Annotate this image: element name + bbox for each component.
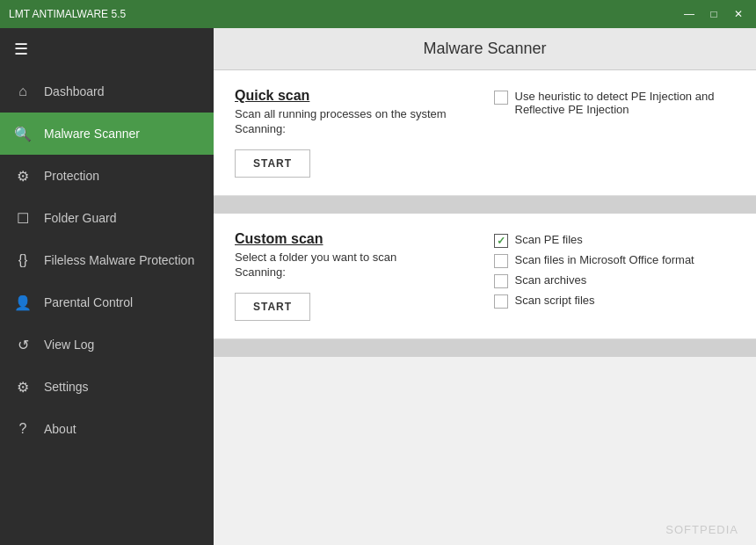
- sidebar-item-view-log[interactable]: ↺View Log: [0, 323, 214, 366]
- sidebar-item-settings-label: Settings: [44, 380, 89, 394]
- quick-scan-inner: Quick scan Scan all running processes on…: [235, 88, 735, 178]
- settings-icon: ⚙: [14, 378, 32, 396]
- app-title: LMT ANTIMALWARE 5.5: [9, 8, 126, 20]
- sidebar-header: ☰: [0, 28, 214, 70]
- nav-menu: ⌂Dashboard🔍Malware Scanner⚙Protection☐Fo…: [0, 70, 214, 450]
- quick-scan-title: Quick scan: [235, 88, 476, 104]
- custom-scan-option-0: ✓Scan PE files: [494, 233, 736, 248]
- sidebar-item-malware-scanner[interactable]: 🔍Malware Scanner: [0, 113, 214, 155]
- quick-scan-right: Use heuristic to detect PE Injection and…: [494, 88, 736, 178]
- maximize-button[interactable]: □: [705, 8, 723, 20]
- quick-scan-left: Quick scan Scan all running processes on…: [235, 88, 476, 178]
- custom-scan-title: Custom scan: [235, 231, 476, 247]
- custom-scan-progress-bar: [214, 339, 756, 357]
- view-log-icon: ↺: [14, 336, 32, 353]
- folder-guard-icon: ☐: [14, 209, 32, 227]
- sidebar-item-fileless-malware-label: Fileless Malware Protection: [44, 253, 194, 267]
- protection-icon: ⚙: [14, 167, 32, 185]
- custom-scan-status: Scanning:: [235, 265, 476, 279]
- heuristic-label: Use heuristic to detect PE Injection and…: [515, 90, 736, 116]
- sidebar-item-about-label: About: [44, 422, 76, 436]
- custom-scan-option-label-1: Scan files in Microsoft Office format: [515, 253, 694, 266]
- sidebar: ☰ ⌂Dashboard🔍Malware Scanner⚙Protection☐…: [0, 28, 214, 545]
- custom-scan-section: Custom scan Select a folder you want to …: [214, 214, 756, 339]
- malware-scanner-icon: 🔍: [14, 125, 32, 142]
- quick-scan-progress-bar: [214, 196, 756, 214]
- parental-control-icon: 👤: [14, 294, 32, 311]
- sidebar-item-protection-label: Protection: [44, 169, 99, 183]
- close-button[interactable]: ✕: [730, 8, 747, 20]
- custom-scan-checkbox-3[interactable]: [494, 294, 508, 309]
- custom-scan-desc: Select a folder you want to scan: [235, 251, 476, 264]
- content-header: Malware Scanner: [214, 28, 756, 70]
- watermark: SOFTPEDIA: [665, 523, 738, 536]
- sidebar-item-about[interactable]: ?About: [0, 408, 214, 450]
- about-icon: ?: [14, 420, 32, 438]
- dashboard-icon: ⌂: [14, 83, 32, 100]
- titlebar: LMT ANTIMALWARE 5.5 — □ ✕: [0, 0, 756, 28]
- sidebar-item-view-log-label: View Log: [44, 338, 94, 352]
- custom-scan-option-label-2: Scan archives: [515, 273, 587, 287]
- sidebar-item-dashboard-label: Dashboard: [44, 84, 105, 98]
- sidebar-item-fileless-malware[interactable]: {}Fileless Malware Protection: [0, 239, 214, 281]
- sidebar-item-malware-scanner-label: Malware Scanner: [44, 127, 140, 141]
- custom-scan-left: Custom scan Select a folder you want to …: [235, 231, 476, 321]
- custom-scan-option-label-0: Scan PE files: [515, 233, 583, 246]
- heuristic-checkbox[interactable]: [494, 91, 508, 105]
- hamburger-icon[interactable]: ☰: [14, 40, 28, 59]
- minimize-button[interactable]: —: [680, 8, 698, 20]
- custom-scan-option-1: Scan files in Microsoft Office format: [494, 253, 736, 268]
- quick-scan-start-button[interactable]: START: [235, 149, 310, 178]
- custom-scan-option-2: Scan archives: [494, 273, 736, 288]
- sidebar-item-folder-guard[interactable]: ☐Folder Guard: [0, 197, 214, 239]
- quick-scan-section: Quick scan Scan all running processes on…: [214, 70, 756, 196]
- sidebar-item-parental-control[interactable]: 👤Parental Control: [0, 281, 214, 323]
- content-title: Malware Scanner: [423, 40, 546, 58]
- custom-scan-option-label-3: Scan script files: [515, 294, 595, 307]
- sidebar-item-parental-control-label: Parental Control: [44, 295, 133, 309]
- quick-scan-desc: Scan all running processes on the system: [235, 107, 476, 120]
- sidebar-item-folder-guard-label: Folder Guard: [44, 211, 116, 225]
- main-content: Malware Scanner Quick scan Scan all runn…: [214, 28, 756, 357]
- heuristic-option: Use heuristic to detect PE Injection and…: [494, 90, 736, 116]
- sidebar-item-protection[interactable]: ⚙Protection: [0, 155, 214, 197]
- custom-scan-start-button[interactable]: START: [235, 293, 310, 321]
- quick-scan-status: Scanning:: [235, 122, 476, 135]
- sidebar-item-dashboard[interactable]: ⌂Dashboard: [0, 70, 214, 113]
- custom-scan-options: ✓Scan PE filesScan files in Microsoft Of…: [494, 231, 736, 321]
- custom-scan-checkbox-2[interactable]: [494, 274, 508, 288]
- fileless-malware-icon: {}: [14, 251, 32, 269]
- app-body: ☰ ⌂Dashboard🔍Malware Scanner⚙Protection☐…: [0, 28, 756, 545]
- custom-scan-checkbox-1[interactable]: [494, 254, 508, 268]
- custom-scan-inner: Custom scan Select a folder you want to …: [235, 231, 735, 321]
- sidebar-item-settings[interactable]: ⚙Settings: [0, 366, 214, 408]
- window-controls: — □ ✕: [680, 8, 747, 20]
- custom-scan-checkbox-0[interactable]: ✓: [494, 234, 508, 248]
- custom-scan-option-3: Scan script files: [494, 294, 736, 309]
